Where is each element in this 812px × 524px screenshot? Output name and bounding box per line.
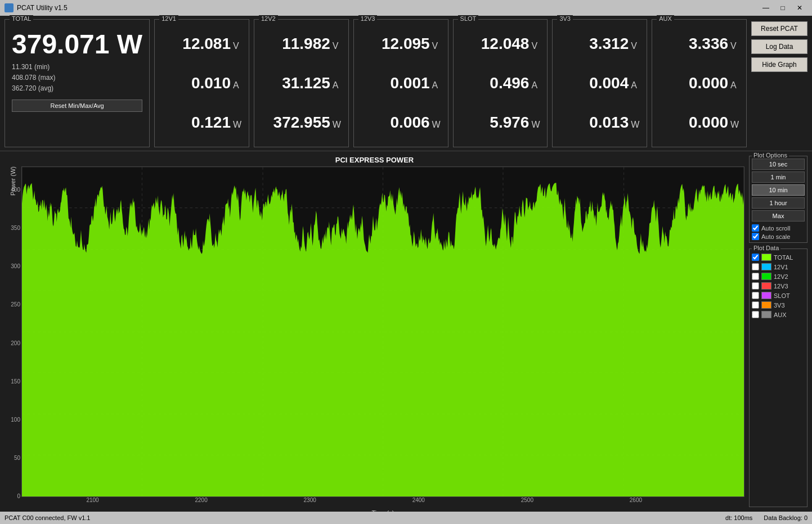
channel-voltage-aux: 3.336 V [658,35,741,53]
channel-label-12v3: 12V3 [358,15,378,22]
total-stats: 11.301 (min) 408.078 (max) 362.720 (avg) [12,62,142,94]
channel-label-aux: AUX [657,15,674,22]
color-swatch-12v3 [761,282,771,290]
dt-label: dt: 100ms [725,514,752,521]
total-box: TOTAL 379.071 W 11.301 (min) 408.078 (ma… [5,19,150,147]
color-swatch-12v2 [761,273,771,280]
statusbar: PCAT C00 connected, FW v1.1 dt: 100ms Da… [0,512,812,524]
plot-data-label-12v2: 12V2 [774,273,788,280]
plot-data-cb-12v1[interactable] [752,263,759,270]
log-data-button[interactable]: Log Data [751,39,807,54]
x-tick-2200: 2200 [195,497,207,503]
channel-label-12v2: 12V2 [259,15,278,22]
connection-status: PCAT C00 connected, FW v1.1 [5,514,90,521]
x-tick-2300: 2300 [304,497,316,503]
plot-data-cb-slot[interactable] [752,292,759,299]
plot-data-row-12v1: 12V1 [752,263,805,270]
top-panel: TOTAL 379.071 W 11.301 (min) 408.078 (ma… [0,16,812,151]
x-axis-ticks: 210022002300240025002600 [38,497,744,508]
x-tick-2500: 2500 [521,497,533,503]
backlog-label: Data Backlog: 0 [764,514,807,521]
auto-scroll-row: Auto scroll [752,224,805,232]
total-label: TOTAL [10,15,33,22]
channel-power-3v3: 0.013 W [558,114,641,132]
reset-pcat-button[interactable]: Reset PCAT [751,21,807,36]
reset-minmax-button[interactable]: Reset Min/Max/Avg [12,100,142,112]
plot-data-label-slot: SLOT [774,292,790,299]
plot-data-label-12v1: 12V1 [774,264,788,270]
color-swatch-3v3 [761,301,771,309]
channel-current-12v1: 0.010 A [160,74,243,92]
plot-data-cb-total[interactable] [752,254,759,261]
y-axis-label: Power (W) [7,166,19,196]
x-tick-2100: 2100 [86,497,98,503]
channel-current-12v3: 0.001 A [360,74,442,92]
plot-data-cb-12v3[interactable] [752,282,759,290]
channel-box-slot: SLOT 12.048 V 0.496 A 5.976 W [453,19,548,147]
color-swatch-aux [761,311,771,318]
close-button[interactable]: ✕ [792,2,807,13]
titlebar-controls: — □ ✕ [758,2,807,13]
bottom-section: PCI EXPRESS POWER Power (W) [0,151,812,512]
maximize-button[interactable]: □ [775,2,791,13]
channel-label-3v3: 3V3 [557,15,573,22]
channels-container: 12V1 12.081 V 0.010 A 0.121 W 12V2 11.98… [154,19,747,147]
plot-btn-1-min[interactable]: 1 min [752,171,805,183]
plot-data-items: TOTAL 12V1 12V2 12V3 SLOT 3V3 AUX [752,254,805,318]
chart-inner [21,166,744,497]
color-swatch-12v1 [761,263,771,270]
plot-data-section: Plot Data TOTAL 12V1 12V2 12V3 SLOT 3 [749,249,807,507]
total-max: 408.078 (max) [12,73,142,83]
auto-scroll-checkbox[interactable] [752,224,759,232]
plot-data-row-3v3: 3V3 [752,301,805,309]
plot-data-cb-3v3[interactable] [752,301,759,309]
auto-scale-row: Auto scale [752,233,805,240]
total-min: 11.301 (min) [12,62,142,73]
auto-scale-label: Auto scale [761,233,790,240]
plot-btn-max[interactable]: Max [752,210,805,222]
channel-power-12v3: 0.006 W [360,114,442,132]
plot-btn-10-min[interactable]: 10 min [752,184,805,196]
x-tick-2600: 2600 [630,497,642,503]
color-swatch-total [761,254,771,261]
statusbar-right: dt: 100ms Data Backlog: 0 [725,514,807,521]
plot-data-row-total: TOTAL [752,254,805,261]
hide-graph-button[interactable]: Hide Graph [751,57,807,72]
plot-data-cb-12v2[interactable] [752,273,759,280]
channel-power-slot: 5.976 W [459,114,542,132]
channel-label-12v1: 12V1 [159,15,178,22]
channel-voltage-12v1: 12.081 V [160,35,243,53]
app-icon [5,3,14,12]
color-swatch-slot [761,292,771,299]
plot-data-cb-aux[interactable] [752,311,759,318]
channel-current-slot: 0.496 A [459,74,542,92]
titlebar: PCAT Utility v1.5 — □ ✕ [0,0,812,16]
channel-box-12v1: 12V1 12.081 V 0.010 A 0.121 W [154,19,249,147]
chart-title: PCI EXPRESS POWER [5,156,744,164]
channel-box-12v3: 12V3 12.095 V 0.001 A 0.006 W [353,19,448,147]
chart-container: Power (W) [5,166,744,512]
plot-btn-10-sec[interactable]: 10 sec [752,159,805,170]
y-axis-container: Power (W) [5,166,21,512]
auto-scale-checkbox[interactable] [752,233,759,240]
plot-data-label-12v3: 12V3 [774,283,788,290]
channel-voltage-12v2: 11.982 V [260,35,343,53]
chart-area: PCI EXPRESS POWER Power (W) [0,151,744,512]
plot-data-label-aux: AUX [774,311,787,318]
minimize-button[interactable]: — [758,2,774,13]
plot-data-row-12v2: 12V2 [752,273,805,280]
plot-data-label-total: TOTAL [774,254,793,261]
channel-box-aux: AUX 3.336 V 0.000 A 0.000 W [652,19,747,147]
channel-voltage-12v3: 12.095 V [360,35,442,53]
plot-data-label-3v3: 3V3 [774,302,785,309]
channel-current-aux: 0.000 A [658,74,741,92]
plot-data-row-12v3: 12V3 [752,282,805,290]
plot-btn-1-hour[interactable]: 1 hour [752,197,805,209]
channel-current-3v3: 0.004 A [558,74,641,92]
channel-power-aux: 0.000 W [658,114,741,132]
channel-power-12v1: 0.121 W [160,114,243,132]
plot-buttons-container: 10 sec1 min10 min1 hourMax [752,159,805,223]
x-axis-label: Time (s) [21,509,744,512]
chart-with-xaxis: 210022002300240025002600 Time (s) 050100… [21,166,744,512]
titlebar-left: PCAT Utility v1.5 [5,3,68,12]
